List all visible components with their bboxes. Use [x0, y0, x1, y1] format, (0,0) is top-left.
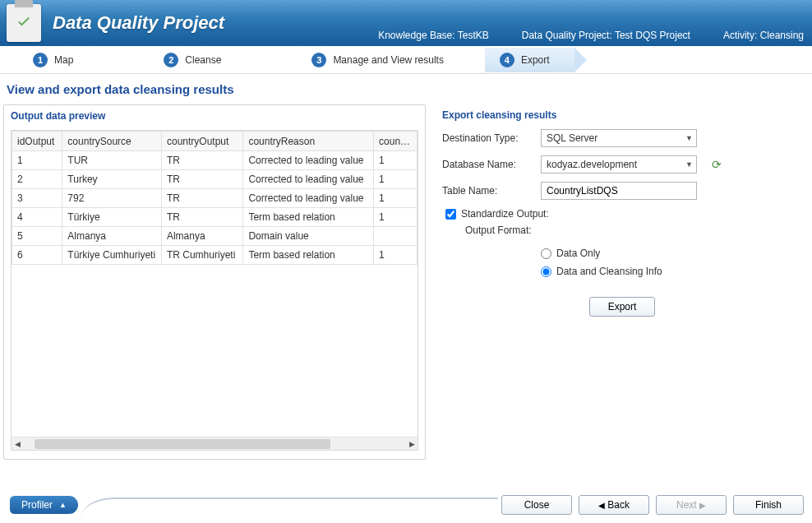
step-cleanse[interactable]: 2 Cleanse [114, 53, 262, 67]
clipboard-check-icon [7, 4, 41, 42]
table-cell: Almanya [62, 227, 162, 246]
table-cell: TR [161, 208, 242, 227]
table-cell: Domain value [243, 227, 374, 246]
data-only-radio[interactable] [541, 248, 551, 259]
wizard-stepbar: 1 Map 2 Cleanse 3 Manage and View result… [0, 46, 812, 74]
table-cell: Term based relation [243, 246, 374, 265]
chevron-down-icon: ▼ [685, 160, 693, 169]
table-cell: 6 [12, 246, 62, 265]
destination-type-label: Destination Type: [442, 132, 541, 144]
table-cell: Turkey [62, 170, 162, 189]
output-preview-panel: Output data preview idOutput countrySour… [3, 104, 426, 460]
table-cell [374, 227, 418, 246]
table-row[interactable]: 6Türkiye CumhuriyetiTR CumhuriyetiTerm b… [12, 246, 418, 265]
output-format-label: Output Format: [465, 224, 532, 236]
profiler-tab[interactable]: Profiler ▲ [10, 496, 78, 514]
refresh-icon[interactable]: ⟳ [712, 158, 722, 171]
data-info-label: Data and Cleansing Info [556, 266, 662, 277]
table-row[interactable]: 4TürkiyeTRTerm based relation1 [12, 208, 418, 227]
header-meta: Knowledge Base: TestKB Data Quality Proj… [378, 30, 804, 41]
step-map[interactable]: 1 Map [25, 53, 114, 67]
data-info-radio[interactable] [541, 266, 551, 277]
col-header[interactable]: countryReason [243, 132, 374, 151]
table-cell: 5 [12, 227, 62, 246]
back-button[interactable]: ◀ Back [579, 495, 649, 515]
preview-title: Output data preview [11, 110, 418, 122]
table-cell: Term based relation [243, 208, 374, 227]
col-header[interactable]: countryC [374, 132, 418, 151]
table-cell: TR [161, 170, 242, 189]
col-header[interactable]: countryOutput [161, 132, 242, 151]
table-cell: 792 [62, 189, 162, 208]
table-cell: 1 [374, 208, 418, 227]
table-cell: 1 [12, 151, 62, 170]
col-header[interactable]: idOutput [12, 132, 62, 151]
horizontal-scrollbar[interactable]: ◀ ▶ [12, 437, 418, 450]
table-row[interactable]: 5AlmanyaAlmanyaDomain value [12, 227, 418, 246]
table-cell: TR Cumhuriyeti [161, 246, 242, 265]
table-cell: 2 [12, 170, 62, 189]
table-cell: TR [161, 151, 242, 170]
preview-grid[interactable]: idOutput countrySource countryOutput cou… [11, 130, 418, 451]
scroll-thumb[interactable] [35, 439, 330, 449]
next-button: Next ▶ [656, 495, 727, 515]
data-only-label: Data Only [556, 248, 600, 259]
standardize-output-checkbox[interactable] [445, 209, 456, 220]
standardize-output-label: Standardize Output: [461, 208, 549, 220]
table-row[interactable]: 3792TRCorrected to leading value1 [12, 189, 418, 208]
table-cell: 4 [12, 208, 62, 227]
col-header[interactable]: countrySource [62, 132, 162, 151]
table-cell: TUR [62, 151, 162, 170]
table-cell: 3 [12, 189, 62, 208]
scroll-left-icon[interactable]: ◀ [12, 438, 23, 450]
step-manage[interactable]: 3 Manage and View results [262, 53, 485, 67]
table-cell: Corrected to leading value [243, 170, 374, 189]
finish-button[interactable]: Finish [733, 495, 804, 515]
app-title: Data Quality Project [53, 12, 224, 34]
chevron-down-icon: ▼ [685, 134, 693, 142]
database-name-select[interactable]: kodyaz.development ▼ [541, 155, 697, 174]
chevron-up-icon: ▲ [59, 501, 67, 509]
table-cell: Türkiye [62, 208, 162, 227]
table-cell: Almanya [161, 227, 242, 246]
table-cell: Türkiye Cumhuriyeti [62, 246, 162, 265]
table-cell: Corrected to leading value [243, 151, 374, 170]
table-cell: 1 [374, 246, 418, 265]
footer-divider [81, 498, 498, 522]
export-button[interactable]: Export [589, 297, 655, 317]
table-row[interactable]: 1TURTRCorrected to leading value1 [12, 151, 418, 170]
export-title: Export cleansing results [442, 109, 802, 121]
table-name-input[interactable] [541, 182, 697, 200]
table-name-label: Table Name: [442, 185, 541, 197]
table-cell: TR [161, 189, 242, 208]
header-bar: Data Quality Project Knowledge Base: Tes… [0, 0, 812, 46]
page-title: View and export data cleansing results [7, 82, 805, 96]
table-cell: Corrected to leading value [243, 189, 374, 208]
table-row[interactable]: 2TurkeyTRCorrected to leading value1 [12, 170, 418, 189]
table-cell: 1 [374, 170, 418, 189]
table-cell: 1 [374, 189, 418, 208]
close-button[interactable]: Close [501, 495, 572, 515]
database-name-label: Database Name: [442, 159, 541, 170]
table-cell: 1 [374, 151, 418, 170]
scroll-right-icon[interactable]: ▶ [406, 438, 418, 450]
destination-type-select[interactable]: SQL Server ▼ [541, 129, 697, 147]
step-export[interactable]: 4 Export [485, 48, 574, 72]
export-panel: Export cleansing results Destination Typ… [427, 104, 809, 460]
